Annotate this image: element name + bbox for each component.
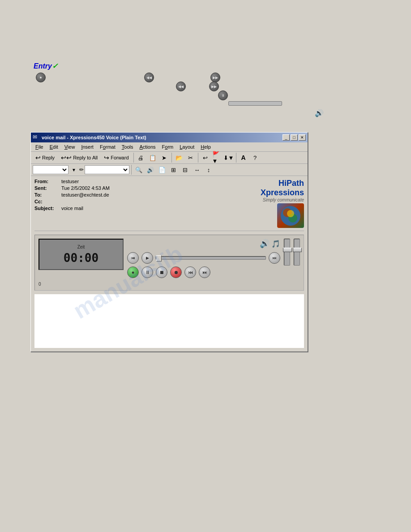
prev-button[interactable]: ⏮ <box>184 266 196 278</box>
volume-slider[interactable] <box>284 239 290 266</box>
menubar: File Edit View Insert Format Tools Actio… <box>31 142 308 152</box>
volume-thumb <box>283 248 292 252</box>
reply-icon: ↩ <box>35 154 41 161</box>
help-button[interactable]: ? <box>250 153 261 163</box>
maximize-button[interactable]: □ <box>291 134 298 141</box>
font-family-select[interactable]: Arial Times New Roman <box>33 165 68 174</box>
menu-tools[interactable]: Tools <box>119 143 136 150</box>
send-button[interactable]: ➤ <box>159 153 170 163</box>
font-size-select[interactable]: 10 11 12 <box>85 165 129 174</box>
menu-layout[interactable]: Layout <box>177 143 197 150</box>
reply-all-label: Reply to All <box>73 155 98 160</box>
from-row: From: testuser <box>34 179 242 184</box>
hipath-brand: HiPath Xpressions <box>246 179 304 197</box>
audio-counter: 0 <box>39 282 300 287</box>
reply-all-button[interactable]: ↩↩ Reply to All <box>58 153 100 163</box>
window-title-icon: ✉ <box>33 134 40 141</box>
seek-bar[interactable] <box>156 256 266 260</box>
menu-help[interactable]: Help <box>198 143 214 150</box>
menu-view[interactable]: View <box>62 143 78 150</box>
next-button[interactable]: ⏭ <box>199 266 210 278</box>
pause-button[interactable]: ⏸ <box>141 266 153 278</box>
hipath-tagline: Simply communicate <box>246 197 304 202</box>
grid-remove-icon[interactable]: ⊟ <box>180 165 191 175</box>
menu-form[interactable]: Form <box>159 143 176 150</box>
floating-progress-bar[interactable] <box>228 101 282 106</box>
sent-label: Sent: <box>34 185 61 191</box>
toolbar-row1: ↩ Reply ↩↩ Reply to All ↪ Forward 🖨 📋 ➤ … <box>31 152 308 164</box>
cc-label: Cc: <box>34 199 61 204</box>
reply-label: Reply <box>42 155 55 160</box>
record-button[interactable]: ⏺ <box>170 266 182 278</box>
audio-speaker-icon: 🔊 🎵 <box>260 239 280 249</box>
menu-edit[interactable]: Edit <box>47 143 61 150</box>
menu-format[interactable]: Format <box>97 143 118 150</box>
floating-btn-3[interactable]: ▶▶ <box>210 73 220 82</box>
audio-control-buttons-row: ● ⏸ ⏹ ⏺ ⏮ ⏭ <box>127 266 280 278</box>
open-button[interactable]: 📂 <box>174 153 184 163</box>
from-value: testuser <box>61 179 79 184</box>
menu-actions[interactable]: Actions <box>137 143 158 150</box>
toolbar-sep-3 <box>198 153 198 163</box>
balance-slider[interactable] <box>294 239 300 266</box>
search-icon[interactable]: 🔍 <box>133 165 144 175</box>
audio-icon[interactable]: 🔊 <box>145 165 156 175</box>
entry-checkmark: ✓ <box>52 62 58 70</box>
reply-button[interactable]: ↩ Reply <box>33 153 57 163</box>
floating-btn-1[interactable]: ● <box>36 73 46 82</box>
floating-btn-4[interactable]: ◀◀ <box>176 82 186 91</box>
delete-button[interactable]: ✂ <box>185 153 196 163</box>
back-button[interactable]: ↩ <box>200 153 211 163</box>
menu-file[interactable]: File <box>33 143 46 150</box>
subject-value: voice mail <box>61 206 83 211</box>
window-title: voice mail - Xpressions450 Voice (Plain … <box>42 135 283 140</box>
header-divider <box>34 231 304 231</box>
to-value: testuser@exchtest.de <box>61 192 109 197</box>
toolbar2-sep3 <box>131 165 132 175</box>
flag-dropdown-button[interactable]: 🚩▼ <box>212 153 223 163</box>
forward-button[interactable]: ↪ Forward <box>101 153 131 163</box>
email-body[interactable] <box>34 294 304 348</box>
zeit-label: Zeit <box>77 245 85 249</box>
compress-icon[interactable]: ↕ <box>203 165 214 175</box>
print-button[interactable]: 🖨 <box>136 153 146 163</box>
to-label: To: <box>34 192 61 197</box>
seek-thumb <box>156 255 162 262</box>
stop-button[interactable]: ⏹ <box>156 266 167 278</box>
toolbar-sep-1 <box>133 153 134 163</box>
to-row: To: testuser@exchtest.de <box>34 192 242 197</box>
play-button[interactable]: ▶ <box>141 252 153 264</box>
page-icon[interactable]: 📄 <box>157 165 167 175</box>
floating-btn-5[interactable]: ▶▶ <box>209 82 219 91</box>
font-color-button[interactable]: A <box>238 153 249 163</box>
from-label: From: <box>34 179 61 184</box>
toolbar-sep-4 <box>236 153 236 163</box>
cc-row: Cc: <box>34 199 242 204</box>
sent-row: Sent: Tue 2/5/2002 4:53 AM <box>34 185 242 191</box>
toolbar-sep-2 <box>171 153 172 163</box>
subject-label: Subject: <box>34 206 61 211</box>
floating-btn-2[interactable]: ◀◀ <box>144 73 154 82</box>
dropdown-arrow-1[interactable]: ▼ <box>72 167 76 172</box>
entry-label: Entry✓ <box>34 62 58 70</box>
email-window: ✉ voice mail - Xpressions450 Voice (Plai… <box>30 132 308 352</box>
expand-icon[interactable]: ↔ <box>192 165 202 175</box>
toolbar-row2: Arial Times New Roman ▼ ✏ 10 11 12 🔍 🔊 📄… <box>31 164 308 176</box>
priority-dropdown-button[interactable]: ⬇▼ <box>223 153 234 163</box>
fast-forward-button[interactable]: ⏭ <box>269 252 280 264</box>
menu-insert[interactable]: Insert <box>78 143 96 150</box>
copy-button[interactable]: 📋 <box>147 153 158 163</box>
audio-controls-area: 🔊 🎵 ⏮ ▶ ⏭ ● ⏸ ⏹ <box>127 239 280 278</box>
close-button[interactable]: ✕ <box>299 134 306 141</box>
record-play-button[interactable]: ● <box>127 266 139 278</box>
audio-transport-row: ⏮ ▶ ⏭ <box>127 252 280 264</box>
floating-btn-6[interactable]: ⏸ <box>218 90 228 100</box>
grid-add-icon[interactable]: ⊞ <box>168 165 179 175</box>
speaker-icon[interactable]: 🔊 <box>315 109 324 117</box>
time-display: 00:00 <box>64 251 98 265</box>
sent-value: Tue 2/5/2002 4:53 AM <box>61 185 110 191</box>
audio-display: Zeit 00:00 <box>39 239 124 270</box>
titlebar: ✉ voice mail - Xpressions450 Voice (Plai… <box>31 133 308 142</box>
minimize-button[interactable]: _ <box>283 134 290 141</box>
rewind-button[interactable]: ⏮ <box>127 252 139 264</box>
